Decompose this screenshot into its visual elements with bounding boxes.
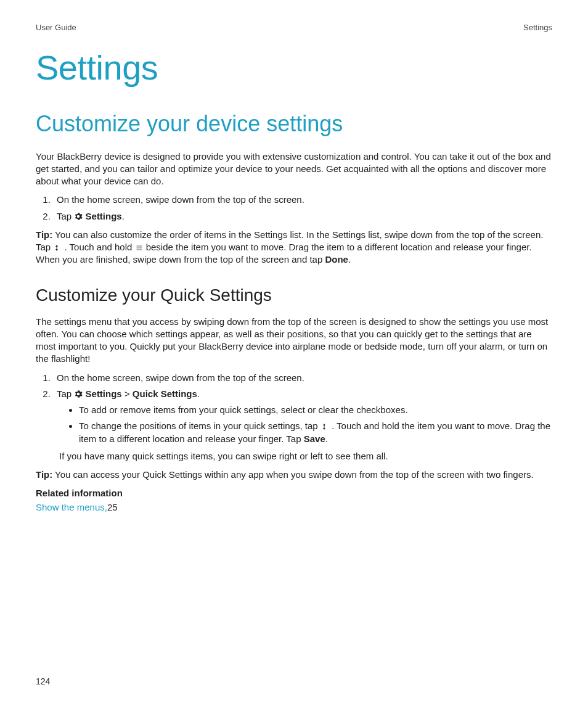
bullet-2-c: . [325, 433, 328, 444]
related-link[interactable]: Show the menus, [36, 502, 107, 512]
bullet-2-a: To change the positions of items in your… [79, 421, 321, 431]
tip-1-text-d: . [348, 254, 351, 265]
save-label: Save [304, 433, 325, 444]
svg-rect-0 [57, 247, 57, 250]
quick-settings-label: Quick Settings [133, 388, 197, 399]
subsection-heading-quick: Customize your Quick Settings [36, 284, 552, 307]
svg-rect-1 [324, 425, 324, 429]
step2-2-pre: Tap [57, 388, 74, 399]
steps-list-1: On the home screen, swipe down from the … [36, 194, 552, 223]
bullet-1: To add or remove items from your quick s… [79, 404, 552, 416]
tip-label: Tip: [36, 229, 52, 240]
related-page: 25 [107, 502, 118, 512]
steps-list-2: On the home screen, swipe down from the … [36, 372, 552, 463]
step2-2: Tap Settings > Quick Settings. To add or… [53, 388, 552, 462]
running-header: User Guide Settings [36, 22, 552, 33]
reorder-arrows-icon [321, 421, 329, 430]
page-number: 124 [36, 676, 50, 688]
document-page: User Guide Settings Settings Customize y… [0, 0, 588, 706]
bullet-list: To add or remove items from your quick s… [57, 404, 552, 445]
step-2-text-post: . [122, 211, 125, 221]
bullet-2: To change the positions of items in your… [79, 420, 552, 445]
step-2-text-pre: Tap [57, 211, 74, 221]
step2-1: On the home screen, swipe down from the … [53, 372, 552, 384]
intro-paragraph: Your BlackBerry device is designed to pr… [36, 150, 552, 188]
gear-icon [74, 389, 83, 398]
tip-label-2: Tip: [36, 469, 52, 480]
reorder-arrows-icon [53, 242, 62, 251]
done-label: Done [325, 254, 348, 265]
page-title: Settings [36, 44, 552, 91]
related-info-line: Show the menus,25 [36, 501, 552, 514]
header-left: User Guide [36, 22, 76, 33]
header-right: Settings [523, 22, 552, 33]
step-1: On the home screen, swipe down from the … [53, 194, 552, 206]
tip-2: Tip: You can access your Quick Settings … [36, 469, 552, 481]
settings-label-2: Settings [86, 388, 122, 399]
step2-2-post: . [197, 388, 200, 399]
step2-2-sep: > [122, 388, 133, 399]
step-2: Tap Settings. [53, 210, 552, 223]
gear-icon [74, 211, 83, 220]
related-info-heading: Related information [36, 487, 552, 499]
tip-1-text-b: . Touch and hold [62, 242, 134, 252]
settings-label: Settings [86, 211, 122, 221]
tip-2-text: You can access your Quick Settings withi… [52, 469, 533, 480]
tip-1: Tip: You can also customize the order of… [36, 229, 552, 266]
menu-lines-icon [135, 242, 144, 251]
section-heading-customize: Customize your device settings [36, 109, 552, 139]
after-bullets-text: If you have many quick settings items, y… [59, 450, 552, 462]
quick-intro-paragraph: The settings menu that you access by swi… [36, 316, 552, 366]
